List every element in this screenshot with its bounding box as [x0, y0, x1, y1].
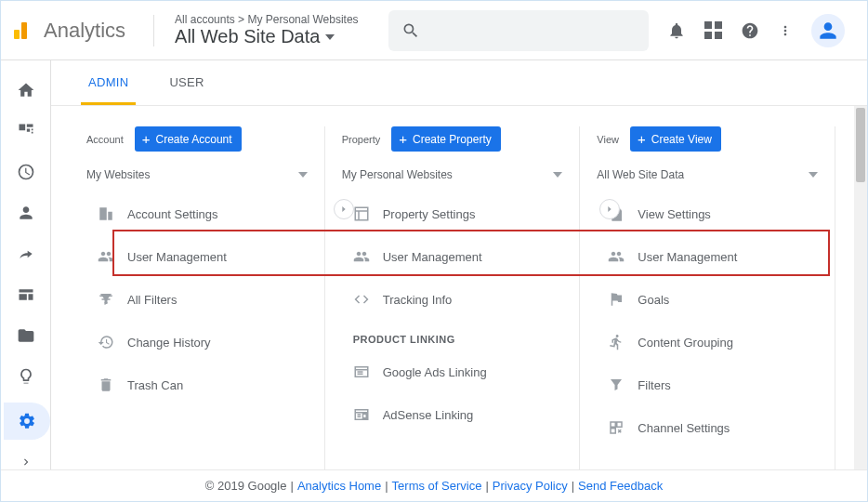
account-user-management[interactable]: User Management: [81, 235, 313, 278]
ads-icon: [353, 363, 370, 380]
view-selector[interactable]: All Web Site Data: [591, 163, 823, 192]
channel-icon: [608, 419, 625, 436]
run-icon: [608, 334, 625, 350]
plus-icon: +: [638, 132, 646, 146]
adsense-linking[interactable]: AdSense Linking: [336, 393, 569, 436]
search-input[interactable]: [388, 10, 649, 51]
main: ADMIN USER Account + Create Account My W…: [1, 60, 867, 469]
share-icon: [17, 244, 35, 263]
divider: [153, 15, 154, 46]
create-property-button[interactable]: + Create Property: [391, 126, 500, 152]
footer-privacy[interactable]: Privacy Policy: [493, 479, 568, 493]
nav-acquisition[interactable]: [7, 235, 45, 272]
scrollbar[interactable]: [854, 106, 867, 469]
nav-realtime[interactable]: [7, 153, 45, 191]
google-ads-linking[interactable]: Google Ads Linking: [336, 350, 569, 393]
account-settings[interactable]: Account Settings: [81, 192, 313, 235]
nav-conversions[interactable]: [7, 317, 45, 354]
collapse-account-icon[interactable]: [334, 199, 354, 219]
footer-terms[interactable]: Terms of Service: [392, 479, 482, 493]
channel-settings[interactable]: Channel Settings: [591, 406, 823, 449]
clock-icon: [17, 163, 35, 181]
product-linking-header: PRODUCT LINKING: [336, 321, 569, 350]
apps-icon[interactable]: [704, 21, 722, 39]
caret-down-icon: [298, 172, 308, 178]
property-settings[interactable]: Property Settings: [336, 192, 569, 235]
nav-customization[interactable]: [7, 112, 45, 150]
help-icon[interactable]: [741, 21, 759, 40]
pages-icon: [17, 285, 35, 304]
create-view-button[interactable]: + Create View: [630, 126, 721, 152]
analytics-logo: [14, 22, 27, 39]
view-settings[interactable]: View Settings: [591, 192, 823, 235]
arrow-right-icon: [605, 205, 614, 214]
person-icon: [17, 204, 35, 222]
nav-collapse[interactable]: [7, 443, 45, 481]
tab-admin[interactable]: ADMIN: [81, 60, 136, 105]
home-icon: [17, 81, 35, 99]
copyright: © 2019 Google: [205, 479, 287, 493]
avatar[interactable]: [811, 14, 845, 47]
trash-can[interactable]: Trash Can: [81, 363, 313, 406]
plus-icon: +: [142, 132, 151, 146]
view-column: View + Create View All Web Site Data Vie…: [580, 126, 835, 469]
breadcrumb: All accounts > My Personal Websites: [175, 13, 359, 26]
nav-discover[interactable]: [7, 358, 45, 395]
header-icons: [667, 14, 860, 47]
footer-feedback[interactable]: Send Feedback: [578, 479, 663, 493]
building-icon: [98, 205, 114, 222]
caret-down-icon: [325, 34, 335, 40]
arrow-right-icon: [339, 205, 349, 214]
nav-home[interactable]: [7, 72, 45, 109]
people-icon: [608, 248, 625, 265]
scrollbar-thumb[interactable]: [856, 108, 865, 182]
lightbulb-icon: [17, 367, 35, 386]
footer-home[interactable]: Analytics Home: [297, 479, 381, 493]
account-switcher[interactable]: All accounts > My Personal Websites All …: [175, 13, 359, 47]
account-column: Account + Create Account My Websites Acc…: [70, 126, 325, 469]
content-grouping[interactable]: Content Grouping: [591, 321, 823, 363]
people-icon: [353, 248, 370, 265]
history-icon: [98, 334, 114, 350]
bell-icon[interactable]: [667, 21, 686, 40]
view-user-management[interactable]: User Management: [591, 235, 823, 278]
content: ADMIN USER Account + Create Account My W…: [51, 60, 867, 469]
nav-admin[interactable]: [4, 403, 50, 440]
people-icon: [98, 248, 114, 265]
tracking-info[interactable]: Tracking Info: [336, 278, 569, 321]
property-selector[interactable]: My Personal Websites: [336, 163, 569, 192]
nav-audience[interactable]: [7, 194, 45, 231]
property-user-management[interactable]: User Management: [336, 235, 569, 278]
collapse-property-icon[interactable]: [599, 199, 620, 219]
tab-user[interactable]: USER: [162, 60, 211, 105]
gear-icon: [18, 412, 36, 430]
admin-columns: Account + Create Account My Websites Acc…: [51, 106, 854, 469]
folder-icon: [17, 326, 35, 345]
plus-icon: +: [399, 132, 407, 146]
create-account-button[interactable]: + Create Account: [135, 126, 242, 152]
dashboard-icon: [17, 122, 35, 140]
filter-icon: [608, 376, 625, 393]
more-vert-icon[interactable]: [778, 21, 793, 40]
all-filters[interactable]: All Filters: [81, 278, 313, 321]
account-selector[interactable]: My Websites: [81, 163, 313, 192]
filter-icon: [98, 291, 114, 308]
nav-behavior[interactable]: [7, 276, 45, 313]
tabs: ADMIN USER: [51, 60, 867, 106]
account-label: Account: [86, 134, 124, 145]
caret-down-icon: [553, 172, 562, 178]
change-history[interactable]: Change History: [81, 321, 313, 363]
chevron-right-icon: [20, 453, 33, 471]
flag-icon: [608, 291, 625, 308]
view-filters[interactable]: Filters: [591, 363, 823, 406]
view-label: View: [597, 134, 619, 145]
caret-down-icon: [809, 172, 818, 178]
trash-icon: [98, 376, 114, 393]
property-column: Property + Create Property My Personal W…: [325, 126, 581, 469]
footer: © 2019 Google | Analytics Home | Terms o…: [1, 469, 867, 501]
header: Analytics All accounts > My Personal Web…: [1, 1, 867, 60]
code-icon: [353, 291, 370, 308]
goals[interactable]: Goals: [591, 278, 823, 321]
view-name: All Web Site Data: [175, 26, 320, 47]
layout-icon: [353, 205, 370, 222]
